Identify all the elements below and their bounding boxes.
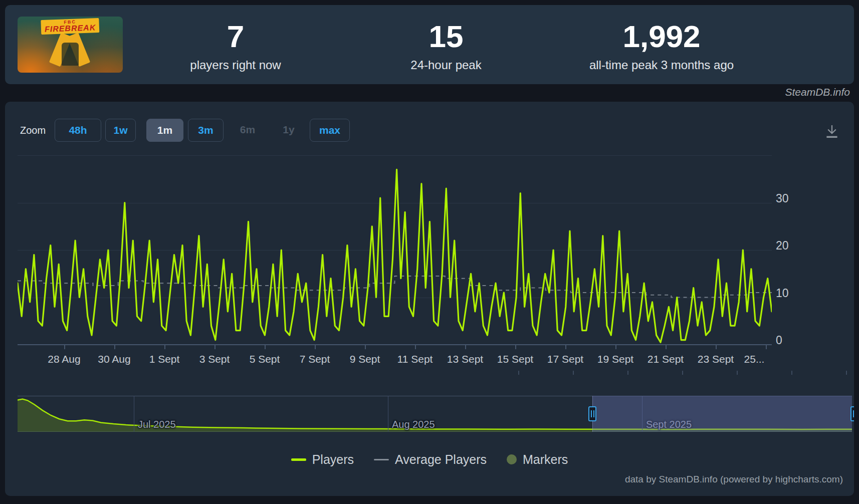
navigator-month-label: Jul 2025: [138, 419, 176, 430]
x-axis-label: 28 Aug: [37, 353, 92, 365]
x-axis-label: 15 Sept: [488, 353, 543, 365]
x-tick: [265, 345, 266, 349]
legend-item-average-players[interactable]: Average Players: [374, 452, 487, 467]
zoom-button-3m[interactable]: 3m: [188, 119, 224, 142]
navigator-tick: [627, 371, 628, 375]
stat-current-players-value: 7: [125, 21, 346, 52]
stat-current-players-label: players right now: [125, 58, 346, 72]
x-tick: [615, 345, 616, 349]
x-tick: [315, 345, 316, 349]
x-tick: [164, 345, 165, 349]
stat-alltime-peak-label: all-time peak 3 months ago: [541, 58, 782, 72]
navigator-month-label: Aug 2025: [392, 419, 435, 430]
steamdb-chart-page: FBC FIREBREAK 7 players right now 15 24-…: [0, 0, 859, 504]
stat-24h-peak-label: 24-hour peak: [336, 58, 556, 72]
chart-credits-link[interactable]: data by SteamDB.info (powered by highcha…: [625, 474, 843, 485]
legend-marker-circle: [507, 454, 517, 464]
navigator-tick: [573, 371, 574, 375]
player-count-chart: [18, 155, 772, 345]
chart-legend: PlayersAverage PlayersMarkers: [5, 448, 854, 470]
average-players-line: [18, 276, 772, 298]
navigator-handle-left[interactable]: [588, 406, 596, 421]
legend-label: Players: [312, 452, 354, 467]
legend-line-swatch: [291, 458, 306, 461]
zoom-button-1m[interactable]: 1m: [146, 119, 183, 142]
x-axis-label: 19 Sept: [588, 353, 643, 365]
stat-24h-peak-value: 15: [336, 21, 556, 52]
navigator-tick: [682, 371, 683, 375]
stat-current-players: 7 players right now: [125, 21, 346, 72]
x-axis-label: 30 Aug: [87, 353, 142, 365]
navigator-handle-right[interactable]: [850, 406, 854, 421]
x-axis-label: 25...: [727, 353, 782, 365]
stat-alltime-peak-value: 1,992: [541, 21, 782, 52]
navigator-month-gridline: [388, 396, 388, 432]
legend-line-swatch: [374, 459, 389, 460]
y-axis-label-30: 30: [776, 192, 806, 205]
x-axis-label: 1 Sept: [137, 353, 192, 365]
navigator-tick: [737, 371, 738, 375]
x-tick: [766, 345, 767, 349]
legend-item-markers[interactable]: Markers: [507, 452, 568, 467]
header-stats-card: FBC FIREBREAK 7 players right now 15 24-…: [5, 5, 854, 84]
navigator[interactable]: Jul 2025Aug 2025Sept 2025: [18, 396, 852, 432]
download-chart-button[interactable]: [819, 120, 844, 143]
chart-panel: Zoom 48h1w1m3m6m1ymax 3020100 28 Aug30 A…: [5, 102, 854, 496]
x-tick: [415, 345, 416, 349]
navigator-tick: [846, 371, 847, 375]
y-axis-label-20: 20: [776, 239, 806, 253]
game-art-character: [62, 43, 79, 66]
zoom-button-max[interactable]: max: [310, 119, 350, 142]
navigator-tick: [791, 371, 792, 375]
x-axis-label: 21 Sept: [638, 353, 693, 365]
x-tick: [214, 345, 216, 349]
players-line: [18, 169, 772, 342]
zoom-button-1y[interactable]: 1y: [280, 119, 298, 142]
legend-item-players[interactable]: Players: [291, 452, 354, 467]
x-tick: [565, 345, 566, 349]
x-tick: [666, 345, 667, 349]
x-tick: [465, 345, 466, 349]
navigator-month-gridline: [134, 396, 134, 432]
zoom-button-1w[interactable]: 1w: [105, 119, 136, 142]
game-logo-banner: FBC FIREBREAK: [41, 18, 99, 35]
x-axis-label: 13 Sept: [438, 353, 493, 365]
x-axis-label: 3 Sept: [187, 353, 242, 365]
y-axis-label-0: 0: [776, 334, 806, 347]
game-logo-firebreak: FIREBREAK: [45, 24, 96, 34]
download-icon: [823, 123, 840, 140]
x-tick: [716, 345, 717, 349]
game-capsule[interactable]: FBC FIREBREAK: [18, 17, 123, 73]
legend-label: Markers: [523, 452, 568, 467]
x-axis-label: 9 Sept: [337, 353, 392, 365]
x-tick: [64, 345, 65, 349]
navigator-selected-range[interactable]: [592, 396, 852, 432]
x-tick: [365, 345, 366, 349]
x-axis-label: 5 Sept: [237, 353, 292, 365]
x-axis-label: 7 Sept: [287, 353, 342, 365]
navigator-tick: [518, 371, 519, 375]
x-axis-label: 17 Sept: [538, 353, 593, 365]
legend-label: Average Players: [395, 452, 487, 467]
stat-alltime-peak: 1,992 all-time peak 3 months ago: [541, 21, 782, 72]
zoom-button-6m[interactable]: 6m: [236, 119, 259, 142]
y-axis-label-10: 10: [776, 287, 806, 300]
x-axis-label: 11 Sept: [387, 353, 443, 365]
x-tick: [515, 345, 516, 349]
zoom-button-48h[interactable]: 48h: [55, 119, 101, 142]
stat-24h-peak: 15 24-hour peak: [336, 21, 556, 72]
main-chart-plot-area[interactable]: [18, 155, 772, 345]
zoom-label: Zoom: [20, 125, 46, 136]
x-tick: [114, 345, 115, 349]
steamdb-watermark-link[interactable]: SteamDB.info: [785, 86, 850, 98]
